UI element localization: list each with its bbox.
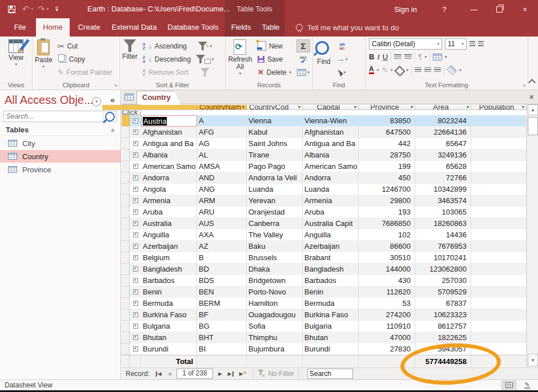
cell-population[interactable]: 5943057 (415, 343, 471, 355)
cell-population[interactable]: 67837 (415, 298, 471, 309)
cell-code[interactable]: AFG (197, 127, 247, 138)
paste-button[interactable]: Paste ▾ (33, 38, 55, 68)
cell-area[interactable]: 86600 (359, 241, 415, 252)
collapse-group-icon[interactable]: « (109, 128, 117, 132)
cell-province[interactable]: Brabant (303, 252, 359, 264)
undo-dropdown-icon[interactable]: ▾ (31, 7, 34, 11)
cell-code[interactable]: BDS (197, 275, 247, 286)
cell-province[interactable]: Bangladesh (303, 264, 359, 275)
cell-province[interactable]: Burundi (303, 343, 359, 355)
cell-click-to-add[interactable] (471, 218, 527, 229)
cell-population[interactable]: 103065 (415, 207, 471, 218)
cell-click-to-add[interactable] (471, 207, 527, 218)
cell-name[interactable]: Azerbaijan (141, 241, 197, 252)
column-header-capital[interactable]: Capital ▾ (303, 105, 359, 110)
total-cell-code[interactable] (197, 355, 247, 368)
expand-row-icon[interactable]: + (133, 312, 138, 317)
cell-area[interactable]: 430 (359, 275, 415, 286)
redo-icon[interactable]: ↷ (38, 4, 45, 14)
cell-capital[interactable]: Dhaka (247, 264, 303, 275)
restore-button[interactable] (487, 0, 512, 18)
cell-capital[interactable]: Hamilton (247, 298, 303, 309)
column-header-area[interactable]: Area ▾ (415, 105, 471, 110)
new-record-button[interactable]: New (255, 39, 294, 52)
nav-search-input[interactable] (4, 112, 103, 120)
cell-name[interactable]: Bhutan (141, 332, 197, 343)
totals-button[interactable]: Σ (294, 39, 312, 52)
column-dropdown-icon[interactable]: ▾ (522, 105, 526, 110)
cell-area[interactable]: 102 (359, 229, 415, 241)
record-position-box[interactable]: 1 of 238 (176, 369, 213, 379)
cell-name[interactable]: Australia (141, 218, 197, 229)
new-record-button-navbar[interactable]: ▶* (236, 370, 249, 377)
cell-capital[interactable]: The Valley (247, 229, 303, 241)
nav-group-tables[interactable]: Tables « (0, 124, 121, 136)
shutter-close-icon[interactable]: « (110, 95, 115, 104)
delete-record-button[interactable]: ✕ Delete ▾ (255, 66, 294, 79)
record-selector[interactable] (122, 241, 130, 252)
italic-button[interactable]: I (377, 52, 379, 62)
column-dropdown-icon[interactable]: ▾ (242, 105, 246, 110)
selection-button[interactable]: ϟ▾ (194, 39, 216, 52)
cell-name[interactable]: Bulgaria (141, 321, 197, 332)
alternate-row-color-icon[interactable] (447, 65, 457, 75)
cell-province[interactable]: Australia Capit (303, 218, 359, 229)
datasheet-view-button[interactable] (501, 381, 516, 390)
cell-area[interactable]: 442 (359, 138, 415, 149)
text-formatting-dialog-launcher-icon[interactable]: ↘ (521, 82, 526, 88)
cell-population[interactable]: 7676953 (415, 241, 471, 252)
cell-capital[interactable]: Bujumbura (247, 343, 303, 355)
select-button[interactable]: ▾ (335, 66, 350, 79)
expand-row-icon[interactable]: + (133, 301, 138, 306)
vertical-scrollbar[interactable]: ▲ ▼ (527, 104, 538, 367)
toggle-filter-button[interactable] (194, 66, 216, 79)
cell-code[interactable]: BD (197, 264, 247, 275)
total-cell-province[interactable] (303, 355, 359, 368)
cell-name[interactable]: Anguilla (141, 229, 197, 241)
nav-item-province[interactable]: Province (0, 163, 121, 176)
expand-row-icon[interactable]: + (133, 164, 138, 169)
increase-indent-icon[interactable] (404, 54, 412, 60)
record-selector[interactable] (122, 332, 130, 343)
cell-capital[interactable]: Yerevan (247, 195, 303, 207)
help-button[interactable]: ? (427, 0, 461, 18)
record-selector[interactable] (122, 309, 130, 321)
save-record-button[interactable]: Save (255, 52, 294, 66)
column-header-countryname[interactable]: CountryNam ▾ (197, 105, 247, 110)
sign-in-button[interactable]: Sign in (384, 0, 427, 18)
cell-capital[interactable]: Tirane (247, 149, 303, 161)
cell-click-to-add[interactable] (471, 332, 527, 343)
nav-pane-menu-icon[interactable]: ▾ (92, 97, 101, 106)
expand-row-icon[interactable]: + (133, 255, 138, 260)
cell-code[interactable]: A (197, 115, 247, 127)
cell-name[interactable]: Afghanistan (141, 127, 197, 138)
cell-code[interactable]: B (197, 252, 247, 264)
cell-province[interactable]: Vienna-Wien (303, 115, 359, 127)
cell-code[interactable]: AXA (197, 229, 247, 241)
record-selector[interactable] (122, 343, 130, 355)
cell-click-to-add[interactable] (471, 241, 527, 252)
align-center-icon[interactable] (424, 67, 431, 73)
cell-capital[interactable]: Ouagadougou (247, 309, 303, 321)
cell-province[interactable]: Benin (303, 286, 359, 298)
spelling-button[interactable]: ABC✔ (294, 52, 312, 66)
cell-click-to-add[interactable] (471, 161, 527, 172)
cell-population[interactable]: 3463574 (415, 195, 471, 207)
expand-row-icon[interactable]: + (133, 324, 138, 329)
cell-click-to-add[interactable] (471, 275, 527, 286)
tab-home[interactable]: Home (36, 18, 70, 37)
design-view-button[interactable]: ✎ (520, 381, 535, 390)
record-selector[interactable] (122, 149, 130, 161)
expand-row-icon[interactable]: + (133, 289, 138, 294)
cell-capital[interactable]: Andorra la Vell (247, 172, 303, 184)
cell-click-to-add[interactable] (471, 138, 527, 149)
expand-row-icon[interactable]: + (133, 141, 138, 146)
view-button[interactable]: View ▾ (6, 38, 26, 66)
cell-area[interactable]: 112620 (359, 286, 415, 298)
expand-row-icon[interactable]: + (133, 175, 138, 180)
record-selector[interactable] (122, 127, 130, 138)
tab-database-tools[interactable]: Database Tools (164, 18, 222, 37)
expand-row-icon[interactable]: + (133, 209, 138, 215)
cell-province[interactable]: Luanda (303, 184, 359, 195)
previous-record-button[interactable]: ◀ (164, 371, 174, 377)
